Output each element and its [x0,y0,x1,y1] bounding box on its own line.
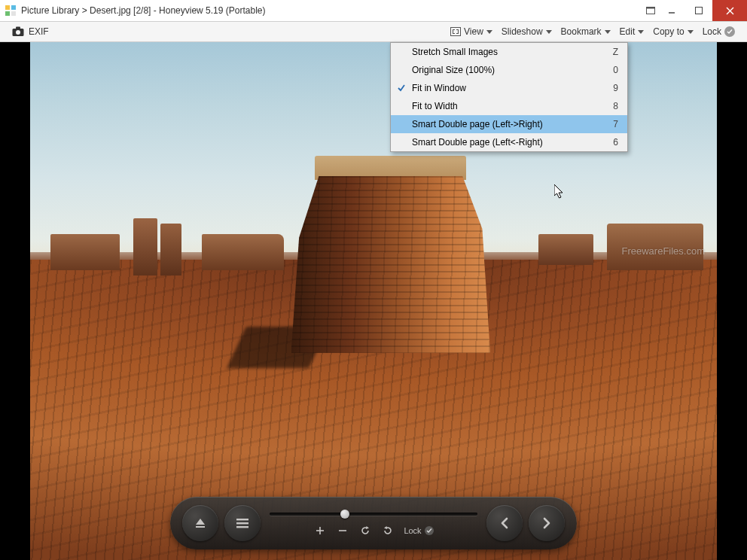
slideshow-label: Slideshow [502,26,543,37]
exif-button[interactable]: EXIF [8,22,53,41]
rotate-right-button[interactable] [381,524,395,537]
view-icon [450,27,461,36]
cursor-icon [554,184,565,199]
window-controls [643,0,747,21]
svg-marker-19 [196,519,205,525]
check-circle-icon [425,526,434,535]
view-option-shortcut: 0 [603,65,618,75]
view-option-label: Fit in Window [412,83,603,93]
chevron-down-icon [486,30,492,34]
svg-rect-3 [11,11,16,16]
player-bar: Lock [170,497,577,549]
image-viewport[interactable]: FreewareFiles.com Stretch Small ImagesZO… [0,42,747,560]
close-button[interactable] [712,0,747,21]
view-option[interactable]: Original Size (100%)0 [391,61,627,79]
zoom-in-button[interactable] [313,524,327,537]
menu-button[interactable] [224,505,261,541]
svg-rect-22 [236,522,248,524]
svg-rect-20 [196,526,205,528]
svg-marker-27 [366,526,369,529]
window-title: Picture Library > Desert.jpg [2/8] - Hon… [21,5,643,16]
view-option-label: Smart Double page (Left->Right) [412,119,603,129]
svg-rect-7 [696,8,703,14]
bookmark-menu[interactable]: Bookmark [556,22,615,41]
view-option[interactable]: Fit to Width8 [391,97,627,115]
toolbar: EXIF View Slideshow Bookmark Edit Copy t… [0,21,747,42]
view-option-shortcut: 8 [603,101,618,111]
svg-rect-1 [11,5,16,10]
svg-marker-13 [486,30,492,34]
svg-marker-16 [638,30,644,34]
view-option[interactable]: Smart Double page (Left->Right)7 [391,115,627,133]
chevron-down-icon [546,30,552,34]
view-option-shortcut: 6 [603,137,618,148]
chevron-down-icon [688,30,694,34]
view-option-label: Stretch Small Images [412,47,603,57]
check-icon [396,83,407,93]
watermark-text: FreewareFiles.com [621,245,705,257]
prev-button[interactable] [486,505,523,541]
svg-rect-23 [236,526,248,528]
next-button[interactable] [529,505,565,541]
svg-rect-0 [5,5,10,10]
view-option[interactable]: Fit in Window9 [391,79,627,97]
titlebar: Picture Library > Desert.jpg [2/8] - Hon… [0,0,747,21]
check-circle-icon [724,26,735,37]
copyto-label: Copy to [653,26,684,37]
lock-label: Lock [703,26,721,37]
camera-icon [12,26,24,37]
slideshow-menu[interactable]: Slideshow [497,22,556,41]
svg-marker-15 [605,30,611,34]
view-label: View [464,26,483,37]
edit-menu[interactable]: Edit [615,22,649,41]
maximize-button[interactable] [685,0,712,21]
bookmark-label: Bookmark [561,26,602,37]
eject-button[interactable] [182,505,218,541]
player-lock-button[interactable]: Lock [404,526,433,535]
svg-rect-2 [5,11,10,16]
fullscreen-button[interactable] [643,0,658,21]
exif-label: EXIF [29,26,49,37]
svg-rect-11 [16,27,20,29]
chevron-down-icon [605,30,611,34]
svg-rect-5 [647,8,655,9]
chevron-down-icon [638,30,644,34]
svg-rect-21 [236,519,248,520]
svg-marker-28 [384,526,387,529]
minimize-button[interactable] [658,0,685,21]
view-option[interactable]: Smart Double page (Left<-Right)6 [391,133,627,151]
view-option-shortcut: Z [603,47,618,57]
view-dropdown: Stretch Small ImagesZOriginal Size (100%… [390,42,628,152]
app-logo-icon [5,5,17,17]
copyto-menu[interactable]: Copy to [648,22,697,41]
zoom-out-button[interactable] [336,524,349,537]
view-menu[interactable]: View [446,22,497,41]
view-option-label: Original Size (100%) [412,65,603,75]
view-option-label: Fit to Width [412,101,603,111]
edit-label: Edit [620,26,636,37]
player-lock-label: Lock [404,526,421,535]
svg-point-12 [16,30,20,35]
svg-marker-17 [688,30,694,34]
svg-marker-14 [546,30,552,34]
svg-marker-18 [554,184,563,198]
view-option-label: Smart Double page (Left<-Right) [412,137,603,148]
rotate-left-button[interactable] [358,524,372,537]
lock-button[interactable]: Lock [698,22,739,41]
view-option-shortcut: 9 [603,83,618,93]
zoom-slider[interactable] [270,509,477,519]
view-option[interactable]: Stretch Small ImagesZ [391,43,627,61]
view-option-shortcut: 7 [603,119,618,129]
